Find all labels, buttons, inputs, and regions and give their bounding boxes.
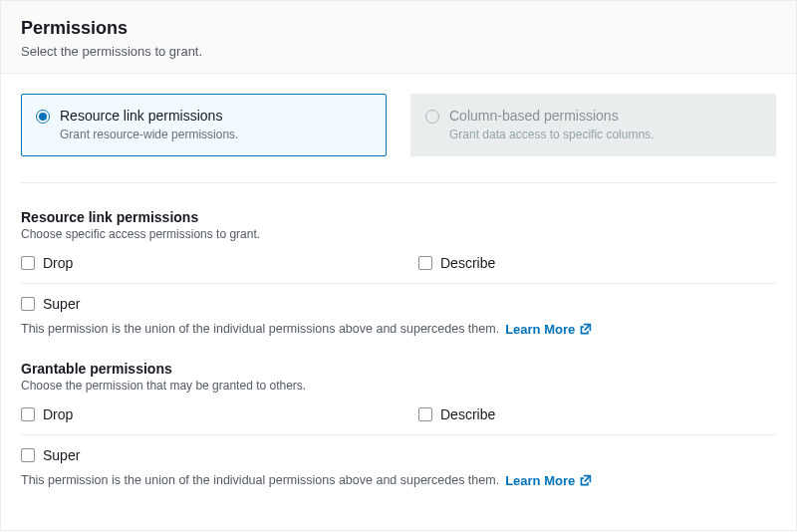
divider	[21, 283, 776, 284]
checkbox-super-grantable[interactable]: Super	[21, 443, 776, 467]
radio-icon	[425, 110, 439, 124]
grantable-section: Grantable permissions Choose the permiss…	[21, 361, 776, 488]
radio-icon	[36, 110, 50, 124]
checkbox-icon	[418, 407, 432, 421]
permission-type-tiles: Resource link permissions Grant resource…	[21, 94, 776, 155]
super-note-text: This permission is the union of the indi…	[21, 473, 499, 487]
checkbox-label: Describe	[440, 406, 495, 422]
super-note-text: This permission is the union of the indi…	[21, 322, 499, 336]
checkbox-row: Drop Describe	[21, 402, 776, 426]
learn-more-link[interactable]: Learn More	[505, 322, 592, 337]
checkbox-label: Drop	[43, 406, 73, 422]
checkbox-icon	[21, 256, 35, 270]
checkbox-label: Drop	[43, 255, 73, 271]
divider	[21, 182, 776, 183]
panel-header: Permissions Select the permissions to gr…	[1, 1, 796, 74]
external-link-icon	[579, 474, 592, 487]
checkbox-super[interactable]: Super	[21, 292, 776, 316]
super-note: This permission is the union of the indi…	[21, 473, 776, 488]
learn-more-text: Learn More	[505, 322, 575, 337]
external-link-icon	[579, 323, 592, 336]
checkbox-describe-grantable[interactable]: Describe	[418, 402, 776, 426]
checkbox-icon	[21, 297, 35, 311]
divider	[21, 434, 776, 435]
tile-label: Column-based permissions	[449, 107, 654, 125]
checkbox-row: Drop Describe	[21, 251, 776, 275]
section-desc: Choose specific access permissions to gr…	[21, 227, 776, 241]
checkbox-label: Super	[43, 447, 80, 463]
tile-desc: Grant resource-wide permissions.	[60, 128, 238, 141]
checkbox-icon	[21, 407, 35, 421]
checkbox-label: Describe	[440, 255, 495, 271]
learn-more-link[interactable]: Learn More	[505, 473, 592, 488]
checkbox-icon	[21, 448, 35, 462]
checkbox-icon	[418, 256, 432, 270]
tile-desc: Grant data access to specific columns.	[449, 128, 654, 141]
section-title: Resource link permissions	[21, 209, 776, 225]
panel-title: Permissions	[21, 17, 776, 40]
learn-more-text: Learn More	[505, 473, 575, 488]
checkbox-drop[interactable]: Drop	[21, 251, 379, 275]
tile-column-based: Column-based permissions Grant data acce…	[410, 94, 776, 155]
checkbox-drop-grantable[interactable]: Drop	[21, 402, 379, 426]
checkbox-describe[interactable]: Describe	[418, 251, 776, 275]
checkbox-label: Super	[43, 296, 80, 312]
super-note: This permission is the union of the indi…	[21, 322, 776, 337]
tile-label: Resource link permissions	[60, 107, 238, 125]
permissions-panel: Permissions Select the permissions to gr…	[0, 0, 797, 531]
section-title: Grantable permissions	[21, 361, 776, 377]
section-desc: Choose the permission that may be grante…	[21, 379, 776, 393]
panel-body: Resource link permissions Grant resource…	[1, 74, 796, 507]
tile-resource-link[interactable]: Resource link permissions Grant resource…	[21, 94, 387, 155]
panel-subtitle: Select the permissions to grant.	[21, 44, 776, 59]
resource-link-section: Resource link permissions Choose specifi…	[21, 209, 776, 337]
